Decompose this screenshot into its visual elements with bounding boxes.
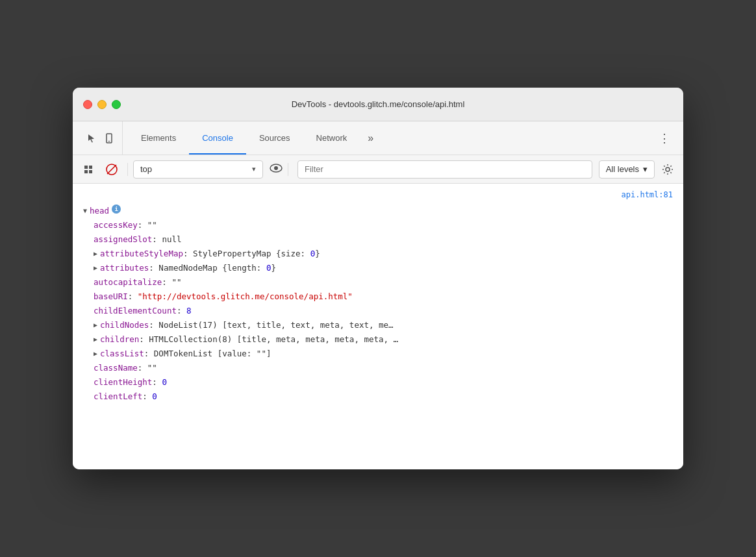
prop-key: attributeStyleMap [100, 247, 183, 260]
prop-key: baseURI [94, 290, 128, 303]
levels-dropdown-arrow: ▾ [643, 164, 648, 174]
prop-baseURI: baseURI : "http://devtools.glitch.me/con… [73, 290, 683, 304]
prop-key: clientHeight [94, 376, 152, 389]
prop-key: childNodes [100, 319, 149, 332]
prop-autocapitalize: autocapitalize : "" [73, 275, 683, 290]
prop-children: children : HTMLCollection(8) [title, met… [73, 332, 683, 347]
source-link[interactable]: api.html:81 [73, 189, 683, 204]
console-toolbar: top ▾ All levels ▾ [73, 155, 683, 184]
mobile-icon[interactable] [103, 132, 116, 145]
svg-point-10 [666, 167, 670, 171]
svg-rect-1 [108, 141, 110, 142]
levels-selector[interactable]: All levels ▾ [599, 160, 655, 179]
head-expand-arrow[interactable] [83, 206, 87, 216]
devtools-window: DevTools - devtools.glitch.me/console/ap… [73, 88, 683, 469]
prop-expand-arrow[interactable] [94, 334, 97, 345]
svg-rect-2 [84, 166, 88, 169]
prop-classList: classList : DOMTokenList [value: ""] [73, 347, 683, 361]
head-label: head [90, 204, 109, 217]
prop-clientHeight: clientHeight : 0 [73, 375, 683, 390]
head-info-badge[interactable]: i [112, 204, 121, 214]
prop-className: className : "" [73, 361, 683, 375]
tabbar-end: ⋮ [651, 121, 678, 155]
prop-key: className [94, 362, 138, 375]
context-selector[interactable]: top ▾ [133, 160, 263, 179]
prop-childNodes: childNodes : NodeList(17) [text, title, … [73, 318, 683, 332]
toolbar-separator-1 [127, 163, 128, 176]
tab-more-button[interactable]: » [360, 121, 381, 155]
traffic-lights [83, 100, 121, 109]
maximize-button[interactable] [112, 100, 121, 109]
eye-button[interactable] [270, 164, 283, 175]
close-button[interactable] [83, 100, 92, 109]
svg-rect-4 [89, 166, 92, 169]
minimize-button[interactable] [97, 100, 107, 109]
prop-expand-arrow[interactable] [94, 263, 97, 273]
filter-input[interactable] [297, 160, 592, 179]
svg-rect-5 [89, 170, 92, 173]
tab-elements[interactable]: Elements [128, 121, 189, 155]
prop-key: clientLeft [94, 390, 142, 403]
prop-clientLeft: clientLeft : 0 [73, 390, 683, 404]
prop-key: attributes [100, 262, 149, 275]
prop-expand-arrow[interactable] [94, 320, 97, 330]
tab-icon-group [78, 121, 123, 155]
prop-expand-arrow[interactable] [94, 249, 97, 259]
context-dropdown-arrow: ▾ [252, 165, 256, 173]
svg-point-9 [274, 166, 278, 170]
more-options-button[interactable]: ⋮ [659, 131, 670, 145]
prop-attributeStyleMap: attributeStyleMap : StylePropertyMap {si… [73, 247, 683, 261]
tab-network[interactable]: Network [303, 121, 360, 155]
prop-key: accessKey [94, 219, 138, 232]
prop-key: assignedSlot [94, 233, 152, 246]
settings-button[interactable] [657, 159, 678, 180]
prop-key: autocapitalize [94, 276, 162, 289]
tabbar: Elements Console Sources Network » ⋮ [73, 121, 683, 155]
console-output: api.html:81 head i accessKey : "" assign… [73, 184, 683, 469]
svg-rect-3 [84, 170, 88, 173]
prop-key: children [100, 333, 139, 346]
prop-key: classList [100, 347, 144, 360]
clear-button[interactable] [101, 159, 122, 180]
svg-line-7 [107, 165, 116, 174]
prop-attributes: attributes : NamedNodeMap {length: 0} [73, 261, 683, 275]
window-title: DevTools - devtools.glitch.me/console/ap… [292, 99, 465, 109]
tab-sources[interactable]: Sources [246, 121, 303, 155]
prop-key: childElementCount [94, 304, 177, 317]
tab-console[interactable]: Console [189, 121, 246, 155]
cursor-icon[interactable] [84, 132, 97, 145]
prop-childElementCount: childElementCount : 8 [73, 304, 683, 318]
toolbar-separator-2 [288, 163, 288, 176]
titlebar: DevTools - devtools.glitch.me/console/ap… [73, 88, 683, 121]
prop-accessKey: accessKey : "" [73, 218, 683, 232]
prop-expand-arrow[interactable] [94, 349, 97, 359]
prop-assignedSlot: assignedSlot : null [73, 232, 683, 247]
head-row: head i [73, 204, 683, 218]
execute-button[interactable] [78, 159, 99, 180]
